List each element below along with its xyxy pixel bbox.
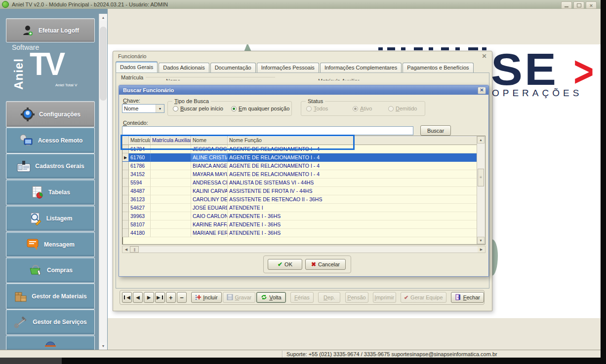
scrollbar-thumb[interactable] (100, 27, 107, 101)
fechar-button[interactable]: Fechar (451, 292, 484, 303)
table-row[interactable]: 61786BIANCA ANGELOAGENTE DE RELACIONAMEN… (122, 162, 477, 170)
header-nome[interactable]: Nome (191, 136, 228, 145)
close-button[interactable]: × (586, 1, 597, 9)
grid-vertical-scrollbar[interactable]: ▲ ≡ ▼ (477, 136, 485, 244)
sidebar-item-listagem[interactable]: Listagem (6, 206, 95, 231)
list-search-icon (29, 212, 42, 225)
matricula-group-label: Matrícula (121, 74, 143, 80)
table-cell (151, 153, 191, 162)
row-indicator (122, 162, 129, 170)
sidebar-item-gestor-materiais[interactable]: Gestor de Materiais (6, 283, 95, 309)
table-row[interactable]: 54627JOSÉ EDUARDOATENDENTE I (122, 204, 477, 212)
restore-button[interactable] (573, 1, 584, 9)
id-card-icon (16, 160, 31, 173)
row-indicator (122, 229, 129, 237)
funcionario-close-icon[interactable]: ✕ (481, 53, 488, 60)
ok-button[interactable]: ✔ OK (268, 259, 302, 270)
pensao-button: Pensão (345, 292, 368, 303)
imprimir-button: Imprimir (373, 292, 396, 303)
buscar-button[interactable]: Buscar (420, 125, 451, 136)
last-icon: ▶ (157, 295, 160, 300)
table-row[interactable]: 48487KALINI CARVALHASSISTENTE DE FROTA I… (122, 187, 477, 195)
sidebar-scrollbar[interactable]: ▲ ▼ (99, 14, 107, 350)
table-row[interactable]: 5594ANDRESSA CRISANALISTA DE SISTEMAS VI… (122, 179, 477, 187)
volta-button[interactable]: Volta (256, 292, 285, 303)
scroll-down-icon[interactable]: ▼ (477, 237, 485, 244)
tab-dados-gerais[interactable]: Dados Gerais (116, 61, 158, 73)
nav-insert-button[interactable]: + (166, 292, 176, 303)
chave-value: Nome (122, 106, 156, 111)
table-row[interactable]: ▶61760ALINE CRISTIANEAGENTE DE RELACIONA… (122, 153, 477, 162)
nav-last-button[interactable]: ▶ (155, 292, 165, 303)
sidebar-item-mensagem[interactable]: Mensagem (6, 232, 95, 257)
volta-label: Volta (269, 294, 281, 300)
table-cell: JOSÉ EDUARDO (191, 204, 228, 212)
table-row[interactable]: 39963CAIO CARLONI NIATENDENTE I - 36HS (122, 212, 477, 220)
bottom-strip-segment (0, 358, 62, 364)
radio-buscar-pelo-inicio[interactable]: Buscar pelo início (173, 106, 223, 111)
chevron-down-icon[interactable]: ▼ (156, 105, 164, 112)
tab-informacoes-complementares[interactable]: Informações Complementares (320, 63, 402, 73)
dialog-titlebar: Buscar Funcionário (119, 85, 488, 95)
mdi-workspace: SE > OPERAÇÕES Funcionário ✕ Dados Gerai… (108, 9, 601, 350)
sidebar-item-acesso-remoto[interactable]: Acesso Remoto (6, 127, 95, 153)
table-row[interactable]: 58107KARINE RAFFAELATENDENTE I - 36HS (122, 220, 477, 229)
conteudo-label: Conteúdo: (123, 120, 148, 126)
cancel-button[interactable]: ✖ Cancelar (305, 259, 346, 270)
logoff-button[interactable]: Efetuar Logoff (6, 18, 95, 42)
scroll-up-icon[interactable]: ▲ (99, 14, 107, 21)
radio-icon (388, 106, 394, 111)
nav-delete-button[interactable]: − (177, 292, 187, 303)
scrollbar-thumb[interactable]: ||| (130, 246, 139, 253)
nav-first-button[interactable]: ◀ (122, 292, 132, 303)
scroll-down-icon[interactable]: ▼ (99, 342, 107, 350)
chave-select[interactable]: Nome ▼ (122, 104, 164, 113)
logo-tv-text: TV (30, 45, 62, 82)
sidebar-item-label: Gestor de Materiais (32, 293, 86, 300)
sidebar-item-tabelas[interactable]: Tabelas (6, 180, 95, 205)
tab-informacoes-pessoais[interactable]: Informações Pessoais (257, 63, 319, 73)
sidebar-item-compras[interactable]: Compras (6, 257, 95, 283)
table-row[interactable]: 61784JESSICA ROCHAAGENTE DE RELACIONAMEN… (122, 145, 477, 153)
table-cell: 58107 (129, 220, 151, 229)
scroll-up-icon[interactable]: ▲ (477, 136, 485, 144)
header-matricula-auxiliar[interactable]: Matrícula Auxiliar (151, 136, 191, 145)
scroll-left-icon[interactable]: ◀ (122, 246, 130, 253)
gravar-label: Gravar (235, 294, 252, 300)
grid-horizontal-scrollbar[interactable]: ◀ ||| ▶ (122, 246, 485, 253)
funcionario-title: Funcionário (118, 53, 146, 59)
header-nome-funcao[interactable]: Nome Função (228, 136, 485, 145)
nav-prior-button[interactable]: ◀ (133, 292, 143, 303)
sidebar-item-cadastros-gerais[interactable]: Cadastros Gerais (6, 153, 95, 179)
sidebar-item-gestor-servicos[interactable]: Gestor de Serviços (6, 309, 95, 335)
radio-icon (353, 106, 358, 111)
table-cell: 39963 (129, 212, 151, 220)
conteudo-input[interactable] (122, 126, 413, 135)
scroll-right-icon[interactable]: ▶ (478, 246, 485, 253)
logoff-label: Efetuar Logoff (39, 27, 79, 34)
sidebar-item-configuracoes[interactable]: Configurações (6, 101, 95, 127)
record-toolbar: ◀ ◀ ▶ ▶ + − Incluir Gravar Volta (120, 290, 485, 305)
incluir-button[interactable]: Incluir (191, 292, 221, 303)
tab-dados-adicionais[interactable]: Dados Adicionais (159, 63, 209, 73)
table-row[interactable]: 36123CAROLINY DE LINASSISTENTE DE RETENC… (122, 195, 477, 204)
minimize-button[interactable] (561, 1, 572, 9)
table-row[interactable]: 44180MARIANE FERNAATENDENTE I - 36HS (122, 229, 477, 237)
header-matricula[interactable]: Matrícula (129, 136, 151, 145)
radio-label: Todos (314, 106, 328, 111)
scrollbar-thumb[interactable]: ≡ (478, 169, 484, 186)
sidebar-item-partial[interactable] (6, 335, 95, 350)
radio-demitido: Demitido (388, 106, 417, 111)
radio-em-qualquer-posicao[interactable]: Em qualquer posição (231, 106, 289, 111)
table-cell (151, 179, 191, 187)
tab-documentacao[interactable]: Documentação (210, 63, 256, 73)
chave-label: Chave: (123, 98, 140, 104)
status-group: Status Todos Ativo Demitido (301, 101, 425, 116)
dialog-close-icon[interactable]: ✕ (478, 87, 486, 94)
tab-pagamentos-beneficios[interactable]: Pagamentos e Benefícios (403, 63, 473, 73)
sidebar-item-label: Mensagem (44, 241, 75, 248)
sidebar-item-label: Configurações (39, 111, 81, 118)
table-row[interactable]: 34152MAYARA MAYUMAGENTE DE RELACIONAMENT… (122, 170, 477, 179)
logo-letter-fragment (429, 47, 433, 50)
nav-next-button[interactable]: ▶ (144, 292, 154, 303)
